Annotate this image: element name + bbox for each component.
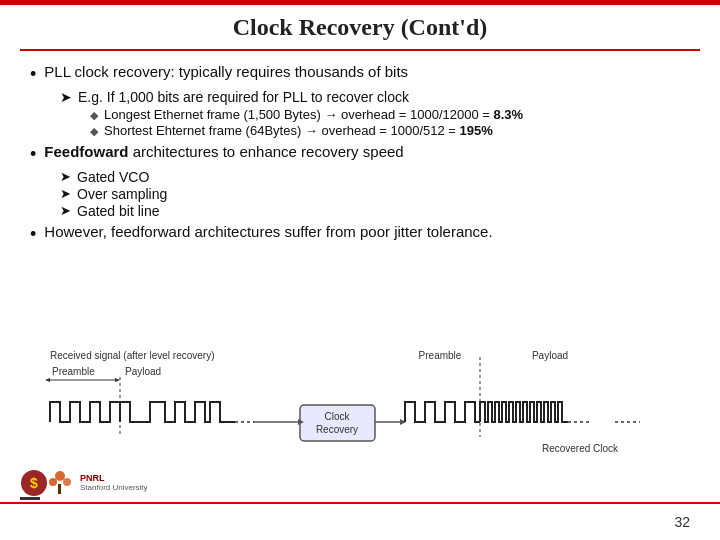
subsub-2: ◆ Shortest Ehternet frame (64Bytes) → ov… [90, 123, 690, 138]
received-signal-label: Received signal (after level recovery) [50, 350, 215, 361]
content-area: • PLL clock recovery: typically requires… [0, 57, 720, 245]
svg-marker-2 [115, 378, 120, 382]
clock-recovery-label: Clock [324, 411, 350, 422]
subsub-1: ◆ Longest Ethernet frame (1,500 Bytes) →… [90, 107, 690, 122]
svg-rect-17 [58, 484, 61, 494]
recovered-clock-label: Recovered Clock [542, 443, 619, 454]
arrow-text-2: Over sampling [77, 186, 167, 202]
diamond-2: ◆ [90, 125, 98, 138]
svg-marker-1 [45, 378, 50, 382]
preamble-label-top: Preamble [52, 366, 95, 377]
bullet-2: • Feedfoward architectures to enhance re… [30, 143, 690, 165]
arrow-2: ➤ Over sampling [60, 186, 690, 202]
payload-label-top: Payload [125, 366, 161, 377]
sub-arrow-1: ➤ [60, 89, 72, 105]
svg-text:$: $ [30, 475, 38, 491]
slide-title: Clock Recovery (Cont'd) [233, 14, 488, 40]
arrow-text-3: Gated bit line [77, 203, 160, 219]
bullet-3: • However, feedforward architectures suf… [30, 223, 690, 245]
bottom-accent-line [20, 497, 40, 500]
subsub-text-2: Shortest Ehternet frame (64Bytes) → over… [104, 123, 493, 138]
logo-text: PNRL Stanford University [80, 474, 148, 493]
svg-point-14 [55, 471, 65, 481]
subsub-text-1: Longest Ethernet frame (1,500 Bytes) → o… [104, 107, 523, 122]
slide: Clock Recovery (Cont'd) • PLL clock reco… [0, 0, 720, 540]
sub-text-1: E.g. If 1,000 bits are required for PLL … [78, 89, 409, 105]
title-area: Clock Recovery (Cont'd) [0, 0, 720, 49]
arrow-sym-1: ➤ [60, 169, 71, 184]
bullet-dot-1: • [30, 64, 36, 85]
payload-label-right: Payload [532, 350, 568, 361]
page-number: 32 [674, 514, 690, 530]
preamble-label-right: Preamble [419, 350, 462, 361]
arrow-3: ➤ Gated bit line [60, 203, 690, 219]
bullet-dot-3: • [30, 224, 36, 245]
logo-area: $ PNRL Stanford University [20, 468, 148, 498]
svg-point-15 [49, 478, 57, 486]
logo-icon: $ [20, 468, 75, 498]
bullet-text-1: PLL clock recovery: typically requires t… [44, 63, 408, 80]
bullet-text-2: Feedfoward architectures to enhance reco… [44, 143, 403, 160]
clock-recovery-label2: Recovery [316, 424, 358, 435]
arrow-1: ➤ Gated VCO [60, 169, 690, 185]
bullet-1: • PLL clock recovery: typically requires… [30, 63, 690, 85]
svg-point-16 [63, 478, 71, 486]
diamond-1: ◆ [90, 109, 98, 122]
bullet-text-3: However, feedforward architectures suffe… [44, 223, 492, 240]
bottom-bar: 32 [0, 502, 720, 540]
arrow-sym-3: ➤ [60, 203, 71, 218]
bullet-dot-2: • [30, 144, 36, 165]
sub-bullet-1: ➤ E.g. If 1,000 bits are required for PL… [60, 89, 690, 105]
arrow-sym-2: ➤ [60, 186, 71, 201]
arrow-text-1: Gated VCO [77, 169, 149, 185]
title-rule [20, 49, 700, 51]
logo-line2: Stanford University [80, 484, 148, 493]
top-border [0, 0, 720, 5]
